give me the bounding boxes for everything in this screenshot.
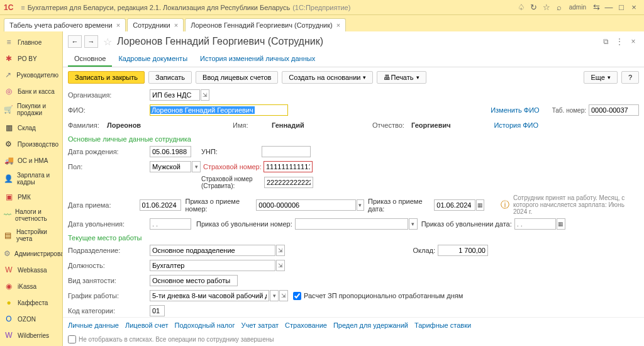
sidebar-icon: ▦ [4, 123, 14, 133]
hide-checkbox[interactable] [68, 335, 76, 343]
category-field[interactable] [150, 305, 165, 316]
sidebar-label: Wildberries [18, 332, 49, 339]
stravita-label: Страховой номер (Стравита): [201, 176, 264, 189]
schedule-picker[interactable]: ⇲ [279, 290, 288, 301]
minimize-icon[interactable]: — [602, 1, 615, 14]
more-icon[interactable]: ⋮ [614, 36, 625, 47]
forward-button[interactable]: → [84, 35, 98, 48]
maximize-icon[interactable]: □ [615, 1, 628, 14]
subtab[interactable]: Основное [68, 52, 112, 67]
subtab[interactable]: Кадровые документы [112, 52, 194, 65]
fire-order-picker[interactable]: ▾ [409, 218, 418, 230]
page-title: Лореонов Геннадий Георгиевич (Сотрудник) [117, 36, 597, 47]
fire-date-field[interactable] [150, 218, 191, 230]
more-button[interactable]: Еще▾ [584, 71, 617, 84]
fire-order-date-field[interactable] [514, 218, 556, 230]
close-page-icon[interactable]: × [628, 36, 639, 47]
hire-order-picker[interactable]: ▾ [357, 199, 364, 211]
hire-order-date-field[interactable] [434, 199, 475, 211]
sidebar-item[interactable]: WWildberries [0, 327, 62, 343]
position-picker[interactable]: ⇲ [276, 260, 285, 271]
footer-link[interactable]: Подоходный налог [175, 321, 235, 329]
date-picker-icon[interactable]: ▦ [476, 199, 484, 211]
burger-icon[interactable]: ≡ [21, 4, 25, 11]
favorite-icon[interactable]: ☆ [540, 1, 553, 14]
create-based-button[interactable]: Создать на основании▾ [282, 71, 373, 84]
footer-link[interactable]: Лицевой счет [125, 321, 169, 329]
tabnum-field[interactable] [589, 104, 639, 116]
star-icon[interactable]: ☆ [103, 36, 112, 48]
footer-link[interactable]: Учет затрат [242, 321, 279, 329]
sidebar-item[interactable]: 🛒Покупки и продажи [0, 99, 62, 120]
employment-field[interactable] [150, 275, 238, 286]
org-picker-icon[interactable]: ⇲ [201, 89, 209, 101]
gender-dd-icon[interactable]: ▾ [192, 161, 201, 172]
date-picker-icon[interactable]: ▦ [557, 218, 565, 230]
change-fio-link[interactable]: Изменить ФИО [491, 106, 540, 114]
birth-field[interactable] [150, 146, 191, 157]
sidebar-item[interactable]: 〰Налоги и отчетность [0, 205, 62, 225]
sidebar-item[interactable]: ●Каффеста [0, 294, 62, 311]
gender-field[interactable] [150, 161, 191, 172]
footer-link[interactable]: Тарифные ставки [414, 321, 471, 329]
back-button[interactable]: ← [68, 35, 82, 48]
hire-date-field[interactable] [140, 199, 181, 211]
sidebar-item[interactable]: ≡Главное [0, 34, 62, 50]
salary-field[interactable] [438, 245, 488, 256]
open-external-icon[interactable]: ⧉ [600, 36, 611, 47]
sidebar-item[interactable]: ▦Склад [0, 120, 62, 136]
footer-link[interactable]: Личные данные [68, 321, 119, 329]
position-field[interactable] [150, 260, 275, 271]
sidebar-icon: 👤 [4, 174, 13, 184]
sidebar-item[interactable]: WWebkassa [0, 262, 62, 278]
stravita-field[interactable] [264, 177, 313, 188]
subtab[interactable]: История изменений личных данных [194, 52, 321, 65]
sidebar-item[interactable]: ↗Руководителю [0, 67, 62, 83]
unp-label: УНП: [201, 148, 262, 155]
insurance-field[interactable] [264, 161, 313, 172]
prop-calc-checkbox[interactable] [293, 292, 301, 300]
sidebar-item[interactable]: 🚚ОС и НМА [0, 152, 62, 169]
sidebar-item[interactable]: ◎Банк и касса [0, 83, 62, 99]
history-icon[interactable]: ↻ [528, 1, 540, 14]
save-close-button[interactable]: Записать и закрыть [68, 71, 145, 84]
search-icon[interactable]: ⌕ [553, 1, 565, 14]
org-field[interactable] [150, 89, 200, 101]
sidebar-item[interactable]: ⚙Производство [0, 136, 62, 152]
sidebar-icon: ✱ [4, 53, 14, 64]
notify-icon[interactable]: ♤ [515, 1, 528, 14]
sidebar-item[interactable]: ✱PO BY [0, 50, 62, 67]
sidebar-label: Налоги и отчетность [15, 208, 58, 222]
footer-link[interactable]: Предел для удержаний [333, 321, 408, 329]
sidebar-item[interactable]: ▤Настройки учета [0, 225, 62, 245]
sidebar-item[interactable]: 👤Зарплата и кадры [0, 169, 62, 189]
tab-close-icon[interactable]: × [116, 21, 120, 29]
app-context: (1С:Предприятие) [292, 4, 350, 11]
tab-close-icon[interactable]: × [174, 21, 178, 29]
fio-field[interactable]: Лореонов Геннадий Георгиевич [150, 104, 288, 116]
sidebar-item[interactable]: ▣РМК [0, 189, 62, 205]
sidebar-item[interactable]: ◉iKassa [0, 278, 62, 294]
options-icon[interactable]: ⇆ [590, 1, 602, 14]
sidebar-item[interactable]: ⚙Администрирование [0, 245, 62, 262]
dept-picker[interactable]: ⇲ [276, 245, 285, 256]
close-icon[interactable]: × [628, 1, 640, 14]
fire-order-field[interactable] [295, 218, 408, 230]
history-fio-link[interactable]: История ФИО [494, 121, 538, 129]
user-name[interactable]: admin [569, 4, 586, 11]
schedule-dd[interactable]: ▾ [270, 290, 279, 301]
hire-order-field[interactable] [256, 199, 355, 211]
dept-field[interactable] [150, 245, 275, 256]
tab[interactable]: Сотрудники× [127, 18, 184, 31]
tab[interactable]: Лореонов Геннадий Георгиевич (Сотрудник)… [185, 18, 346, 31]
help-button[interactable]: ? [621, 71, 639, 84]
unp-field[interactable] [262, 146, 311, 157]
footer-link[interactable]: Страхование [285, 321, 327, 329]
sidebar-item[interactable]: OOZON [0, 311, 62, 327]
save-button[interactable]: Записать [148, 71, 192, 84]
accounts-button[interactable]: Ввод лицевых счетов [196, 71, 278, 84]
print-button[interactable]: 🖶 Печать▾ [377, 71, 426, 84]
tab-close-icon[interactable]: × [336, 21, 340, 29]
tab[interactable]: Табель учета рабочего времени× [4, 18, 126, 31]
schedule-field[interactable] [150, 290, 269, 301]
